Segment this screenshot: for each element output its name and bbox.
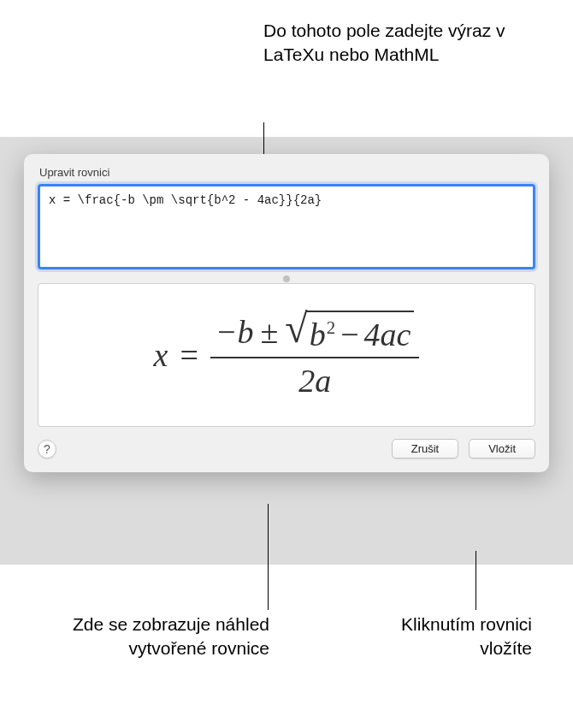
- eq-b-squared: b2: [310, 316, 335, 353]
- dialog-title: Upravit rovnici: [38, 166, 535, 179]
- eq-pm: ±: [261, 313, 279, 351]
- eq-4ac: 4ac: [364, 316, 411, 353]
- callout-line-insert: [476, 551, 476, 610]
- annotation-preview: Zde se zobrazuje náhled vytvořené rovnic…: [73, 613, 269, 661]
- resize-handle[interactable]: [38, 273, 535, 283]
- equation-dialog: Upravit rovnici x = \frac{-b \pm \sqrt{b…: [24, 154, 549, 472]
- dialog-footer: ? Zrušit Vložit: [38, 439, 535, 459]
- insert-button[interactable]: Vložit: [469, 439, 535, 459]
- drag-dot-icon: [283, 275, 290, 282]
- help-button[interactable]: ?: [38, 440, 56, 459]
- eq-radicand: b2 − 4ac: [306, 311, 415, 353]
- equation-input[interactable]: x = \frac{-b \pm \sqrt{b^2 - 4ac}}{2a}: [38, 184, 535, 269]
- eq-numerator: −b ± √ b2 − 4ac: [210, 311, 420, 358]
- eq-denominator: 2a: [298, 358, 331, 400]
- eq-minus: −: [340, 316, 358, 353]
- button-group: Zrušit Vložit: [392, 439, 535, 459]
- annotation-insert: Kliknutím rovnici vložíte: [361, 613, 532, 661]
- eq-neg-b: −b: [216, 313, 254, 351]
- rendered-equation: x = −b ± √ b2 − 4ac 2a: [154, 311, 420, 400]
- equation-preview: x = −b ± √ b2 − 4ac 2a: [38, 283, 535, 427]
- sqrt-icon: √: [285, 314, 307, 343]
- annotation-input: Do tohoto pole zadejte výraz v LaTeXu ne…: [263, 19, 537, 68]
- eq-sqrt: √ b2 − 4ac: [285, 311, 414, 353]
- eq-lhs: x: [154, 336, 168, 374]
- help-icon: ?: [44, 442, 50, 456]
- callout-line-preview: [268, 504, 269, 610]
- eq-fraction: −b ± √ b2 − 4ac 2a: [210, 311, 420, 400]
- eq-equals: =: [180, 336, 198, 374]
- cancel-button[interactable]: Zrušit: [392, 439, 459, 459]
